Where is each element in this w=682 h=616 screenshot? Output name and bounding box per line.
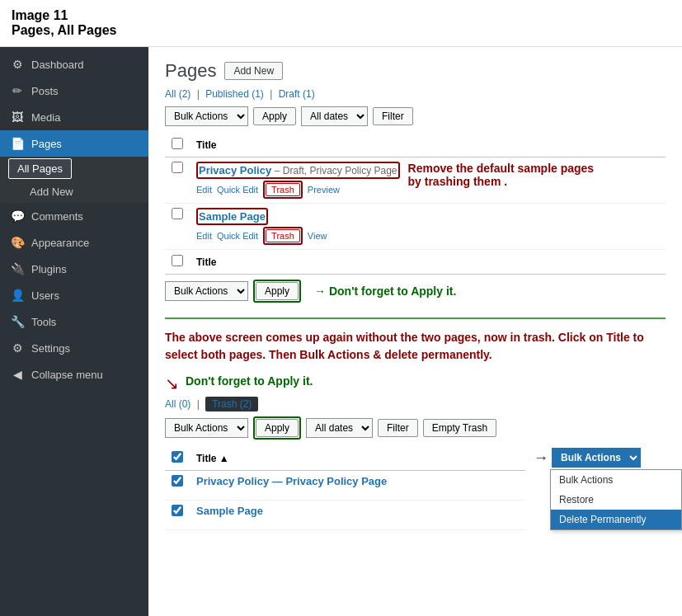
sidebar-item-collapse[interactable]: ◀ Collapse menu (0, 361, 148, 388)
sidebar-item-tools[interactable]: 🔧 Tools (0, 308, 148, 335)
trash-select-all[interactable] (172, 451, 183, 463)
trash-row1-checkbox[interactable] (172, 475, 183, 487)
trash-pp-link[interactable]: Privacy Policy — Privacy Policy Page (196, 475, 387, 487)
pages-table-top: Title Privacy Policy – Draft, P (165, 133, 666, 275)
sidebar-item-appearance[interactable]: 🎨 Appearance (0, 229, 148, 256)
all-dates-select-top[interactable]: All dates (301, 106, 368, 126)
sidebar-item-plugins[interactable]: 🔌 Plugins (0, 256, 148, 282)
sp-view-link[interactable]: View (308, 231, 327, 241)
section1-pages: Pages Add New All (2) | Published (1) | … (165, 60, 666, 319)
trash-sp-link[interactable]: Sample Page (196, 505, 263, 517)
trash-bulk-actions-select[interactable]: Bulk Actions (165, 418, 248, 438)
sep1: | (197, 88, 202, 100)
annotation-remove-text: Remove the default sample pagesby trashi… (408, 162, 595, 188)
main-layout: ⚙ Dashboard ✏ Posts 🖼 Media 📄 Pages All … (0, 47, 682, 616)
title-sort: Title ▲ (196, 453, 519, 464)
apply-button-bottom[interactable]: Apply (256, 282, 299, 300)
sidebar-label-posts: Posts (31, 85, 59, 97)
sample-page-box: Sample Page (196, 208, 268, 225)
sp-trash-box: Trash (263, 227, 303, 245)
trash-apply-button[interactable]: Apply (256, 419, 299, 437)
trash-all-dates-select[interactable]: All dates (306, 418, 373, 438)
bulk-actions-select-bottom[interactable]: Bulk Actions (165, 281, 248, 301)
row1-content: Privacy Policy – Draft, Privacy Policy P… (196, 162, 659, 199)
bulk-actions-dropdown[interactable]: Bulk Actions (552, 448, 641, 468)
trash-title-header: Title ▲ (190, 446, 525, 471)
row1-checkbox[interactable] (172, 162, 183, 173)
privacy-policy-actions: Edit Quick Edit Trash Preview (196, 181, 400, 199)
bulk-actions-select-top[interactable]: Bulk Actions (165, 106, 248, 126)
sidebar-item-media[interactable]: 🖼 Media (0, 104, 148, 130)
pages-icon: 📄 (10, 137, 25, 150)
sidebar-label-comments: Comments (31, 210, 83, 223)
sidebar-item-users[interactable]: 👤 Users (0, 282, 148, 308)
filter-button-top[interactable]: Filter (373, 107, 413, 125)
sidebar-label-collapse: Collapse menu (31, 369, 103, 381)
pp-preview-link[interactable]: Preview (308, 185, 340, 195)
main-content: Pages Add New All (2) | Published (1) | … (148, 47, 682, 616)
privacy-policy-link[interactable]: Privacy Policy (199, 164, 271, 176)
dont-forget-text: Don't forget to Apply it. (186, 374, 313, 388)
media-icon: 🖼 (10, 111, 25, 124)
sidebar-item-dashboard[interactable]: ⚙ Dashboard (0, 51, 148, 78)
pp-edit-link[interactable]: Edit (196, 185, 212, 195)
table-row: Privacy Policy — Privacy Policy Page (165, 471, 525, 501)
sidebar-label-pages: Pages (31, 138, 62, 150)
dropdown-item-restore[interactable]: Restore (551, 490, 681, 510)
trash-title-label: Title ▲ (196, 453, 229, 464)
sidebar-label-tools: Tools (31, 316, 56, 328)
pp-trash-box: Trash (263, 181, 303, 199)
filter-all[interactable]: All (2) (165, 88, 190, 100)
trash-filter-links: All (0) | Trash (2) (165, 398, 666, 410)
row1-annotation: Remove the default sample pagesby trashi… (400, 162, 595, 188)
pp-quickedit-link[interactable]: Quick Edit (217, 185, 258, 195)
trash-row2-checkbox[interactable] (172, 505, 183, 516)
dropdown-item-delete[interactable]: Delete Permanently (551, 510, 681, 529)
bottom-toolbar: Bulk Actions Apply → Don't forget to App… (165, 280, 666, 303)
arrow-right-icon: → (534, 449, 548, 467)
sidebar-item-pages[interactable]: 📄 Pages (0, 130, 148, 157)
instruction-text: The above screen comes up again without … (165, 329, 666, 364)
arrow-icon: ↘ (165, 374, 179, 393)
add-new-button[interactable]: Add New (224, 62, 283, 80)
sidebar-subitem-addnew[interactable]: Add New (0, 181, 148, 203)
filter-published[interactable]: Published (1) (205, 88, 264, 100)
dont-forget-section: ↘ Don't forget to Apply it. (165, 374, 666, 393)
sp-quickedit-link[interactable]: Quick Edit (217, 231, 258, 241)
plugins-icon: 🔌 (10, 262, 25, 275)
trash-filter-button[interactable]: Filter (378, 419, 418, 437)
page-title: Pages (165, 60, 216, 82)
sidebar-item-posts[interactable]: ✏ Posts (0, 78, 148, 104)
select-all-bottom-checkbox[interactable] (172, 255, 183, 266)
empty-trash-button[interactable]: Empty Trash (423, 419, 496, 437)
apply-button-top[interactable]: Apply (253, 107, 296, 125)
posts-icon: ✏ (10, 84, 25, 97)
sample-page-actions: Edit Quick Edit Trash View (196, 227, 659, 245)
privacy-policy-suffix: – Draft, Privacy Policy Page (275, 165, 397, 176)
trash-filter-trash[interactable]: Trash (2) (205, 397, 258, 411)
pages-submenu: All Pages Add New (0, 157, 148, 203)
sidebar-item-settings[interactable]: ⚙ Settings (0, 335, 148, 361)
dropdown-trigger-row: → Bulk Actions (534, 448, 666, 468)
trash-table-area: Title ▲ Privacy Policy — Privacy Policy … (165, 446, 666, 530)
sidebar-item-comments[interactable]: 💬 Comments (0, 203, 148, 229)
trash-filter-all[interactable]: All (0) (165, 398, 190, 410)
select-all-checkbox[interactable] (172, 138, 183, 149)
sp-edit-link[interactable]: Edit (196, 231, 212, 241)
image-title-line2: Pages, All Pages (12, 23, 670, 38)
sample-page-link[interactable]: Sample Page (199, 210, 266, 223)
row2-checkbox[interactable] (172, 208, 183, 219)
bottom-title-header: Title (190, 250, 666, 275)
sidebar-subitem-allpages[interactable]: All Pages (8, 158, 72, 179)
pp-trash-button[interactable]: Trash (266, 183, 300, 196)
sidebar: ⚙ Dashboard ✏ Posts 🖼 Media 📄 Pages All … (0, 47, 148, 616)
trash-header-row: Title ▲ (165, 446, 525, 471)
page-header: Pages Add New (165, 60, 666, 82)
apply-box-bottom: Apply (253, 280, 301, 303)
title-column-header: Title (190, 133, 666, 158)
sp-trash-button[interactable]: Trash (266, 229, 300, 242)
filter-draft[interactable]: Draft (1) (279, 88, 315, 100)
comments-icon: 💬 (10, 209, 25, 223)
sidebar-label-media: Media (31, 111, 60, 124)
dropdown-item-bulk[interactable]: Bulk Actions (551, 470, 681, 490)
